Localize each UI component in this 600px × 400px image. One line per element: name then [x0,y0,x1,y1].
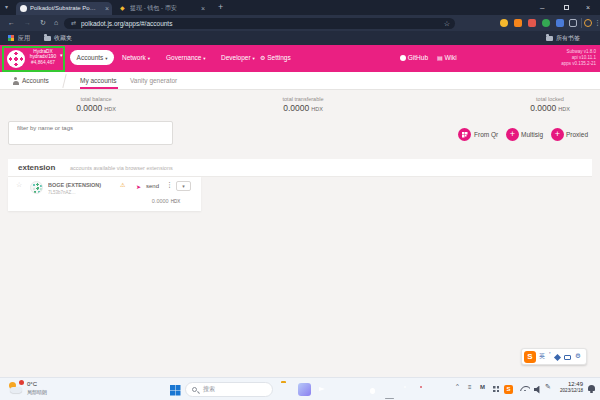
tray-grid-icon[interactable] [493,386,499,392]
link-github[interactable]: GitHub [400,50,428,65]
row-menu-dots-icon[interactable]: ⋮ [166,181,173,189]
nav-label: Accounts [77,54,104,61]
bookmark-favorites[interactable]: 收藏夹 [54,31,72,45]
home-icon[interactable]: ⌂ [54,15,58,31]
section-title: extension [18,159,55,177]
green-extension-icon[interactable] [542,19,550,27]
browser-menu-icon[interactable]: ⋮ [594,15,600,31]
proxied-button-icon[interactable]: + [551,128,564,141]
nav-label: Settings [267,54,291,61]
window-minimize-button[interactable]: – [540,0,544,15]
metamask-fox-icon[interactable] [514,19,522,27]
nav-label: Governance [166,54,201,61]
all-bookmarks-folder-icon[interactable] [546,36,553,41]
notification-bell-icon[interactable] [588,385,595,391]
account-identicon[interactable] [30,181,43,194]
link-wiki[interactable]: ▤ Wiki [437,50,457,65]
book-icon: ▤ [437,55,443,61]
reload-icon[interactable]: ↻ [40,15,46,31]
stat-total-transferable: total transferable 0.0000HDX [247,96,359,113]
multisig-button-icon[interactable]: + [506,128,519,141]
window-close-button[interactable]: × [586,0,590,15]
qr-icon [462,132,468,138]
nav-settings[interactable]: ⚙ Settings [260,50,291,65]
tab-vanity-generator[interactable]: Vanity generator [130,72,177,89]
send-button[interactable]: send [146,183,159,189]
screen: ▾ Polkadot/Substrate Portal × ◆ 提现 - 钱包 … [0,0,600,400]
ime-toolbar[interactable]: S 英 ’ ⚙ [521,348,587,365]
bookmark-star-icon[interactable]: ☆ [444,18,450,29]
bookmark-apps[interactable]: 应用 [18,31,30,45]
accounts-person-icon [12,77,19,85]
balance-value: 0.0000 [152,198,169,204]
tray-chevron-up-icon[interactable]: ^ [456,383,459,389]
photos-app-icon[interactable] [298,383,311,396]
blue-extension-icon[interactable] [556,19,564,27]
volume-icon[interactable] [534,386,542,394]
search-placeholder: 搜索 [203,383,215,396]
nav-label: Network [122,54,146,61]
ime-language-toggle[interactable]: 英 [539,352,545,361]
taskbar-clock[interactable]: 12:49 2023/12/18 [553,381,583,394]
window-maximize-button[interactable] [564,5,569,10]
stat-total-balance: total balance 0.0000HDX [40,96,152,113]
favorites-folder-icon[interactable] [44,36,51,41]
filter-input[interactable] [8,121,173,145]
warning-icon[interactable]: ⚠ [120,181,125,188]
ime-keyboard-icon[interactable] [564,355,571,360]
multisig-button[interactable]: Multisig [521,130,543,139]
nav-developer[interactable]: Developer ▾ [221,50,255,65]
new-tab-button[interactable]: + [218,0,223,15]
site-info-icon[interactable]: ⇄ [71,18,76,29]
url-bar[interactable]: ⇄ polkadot.js.org/apps/#/accounts ☆ [64,18,455,29]
red-extension-icon[interactable] [528,19,536,27]
wifi-icon[interactable] [520,386,530,391]
browser-toolbar: ← → ↻ ⌂ ⇄ polkadot.js.org/apps/#/account… [0,15,600,31]
tab-search-icon[interactable]: ▾ [5,0,8,15]
pen-icon[interactable]: ✎ [545,383,551,391]
extensions-puzzle-icon[interactable] [569,19,577,27]
apps-grid-icon[interactable] [8,35,14,41]
expand-row-button[interactable]: ▾ [176,181,191,191]
cloud-icon [10,387,22,393]
weather-alert-badge [19,380,24,385]
tray-sogou-icon[interactable]: S [504,385,513,394]
nav-network[interactable]: Network ▾ [122,50,150,65]
stat-unit: HDX [311,106,323,112]
url-text[interactable]: polkadot.js.org/apps/#/accounts [81,18,431,29]
account-address[interactable]: 7L53b7nAZ… [48,190,108,195]
send-icon[interactable]: ➤ [136,183,141,190]
stat-label: total balance [40,96,152,102]
forward-icon[interactable]: → [24,15,31,31]
chevron-down-icon: ▾ [203,56,205,61]
section-subtitle: accounts available via browser extension… [70,159,173,177]
proxied-button[interactable]: Proxied [566,130,588,139]
back-icon[interactable]: ← [8,15,15,31]
profile-avatar[interactable] [584,19,592,27]
account-name[interactable]: BOGE (EXTENSION) [48,182,116,188]
tab-binance[interactable]: ◆ 提现 - 钱包 - 币安 × [116,2,208,15]
from-qr-button[interactable]: From Qr [474,130,498,139]
taskbar-search-box[interactable]: 搜索 [185,382,273,397]
tab-polkadot-portal[interactable]: Polkadot/Substrate Portal × [16,2,112,15]
ime-punctuation-toggle[interactable]: ’ [549,351,551,358]
nav-governance[interactable]: Governance ▾ [166,50,206,65]
windows-start-button[interactable] [170,385,175,390]
ime-emoji-icon[interactable] [554,354,561,361]
from-qr-button-icon[interactable] [458,128,471,141]
tray-m-icon[interactable]: M [480,384,485,390]
coin-extension-icon[interactable] [500,19,508,27]
sogou-logo-icon[interactable]: S [524,351,536,363]
account-row[interactable]: ☆ BOGE (EXTENSION) 7L53b7nAZ… ⚠ ➤ send ⋮… [8,177,201,211]
tab-close-icon[interactable]: × [201,2,205,15]
favorite-star-icon[interactable]: ☆ [16,181,22,189]
bookmarks-bar: 应用 收藏夹 所有书签 [0,31,600,45]
stat-value: 0.0000 [283,103,309,113]
tab-title: Polkadot/Substrate Portal [30,2,96,15]
tray-ime-lines-icon[interactable]: ≡ [468,384,472,390]
ime-toolbox-icon[interactable]: ⚙ [575,352,581,360]
all-bookmarks-label[interactable]: 所有书签 [556,31,580,45]
tab-close-icon[interactable]: × [105,2,109,15]
nav-accounts[interactable]: Accounts ▾ [70,50,114,65]
weather-widget[interactable]: 0°C 局部晴朗 [8,381,78,399]
